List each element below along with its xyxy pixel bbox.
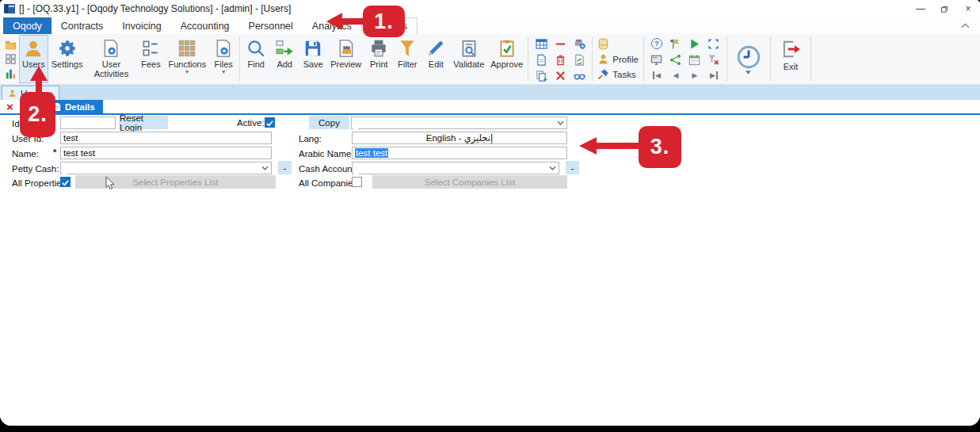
selected-text: test test [355, 148, 388, 158]
select-companies-button[interactable]: Select Companies List [372, 175, 567, 189]
petty-cash-minus-button[interactable]: - [278, 161, 292, 174]
ribbon-button-fees[interactable]: Fees [136, 35, 165, 83]
add-record-icon [274, 38, 295, 59]
user-id-input[interactable] [60, 132, 272, 144]
checklist-icon [140, 38, 161, 59]
document-gear-icon [101, 38, 121, 59]
restore-icon [940, 5, 949, 13]
menu-item-contracts[interactable]: Contracts [51, 17, 113, 34]
ribbon-button-edit[interactable]: Edit [421, 35, 450, 83]
menu-item-personnel[interactable]: Personnel [239, 17, 303, 34]
name-label: Name: [12, 149, 39, 159]
database-icon[interactable] [597, 38, 609, 50]
all-properties-checkbox[interactable] [60, 177, 71, 187]
ribbon-button-functions[interactable]: Functions ▼ [165, 35, 209, 83]
close-button[interactable]: × [956, 0, 980, 17]
nav-last-button[interactable]: ▶ [710, 71, 718, 79]
reset-login-button[interactable]: Reset Login [119, 116, 168, 129]
id-input[interactable] [60, 117, 116, 129]
screenshot-stage: [] - [OQ.33.y1] - [Oqody Technology Solu… [0, 0, 980, 432]
name-input[interactable] [60, 147, 272, 159]
dropdown-arrow-icon: ▼ [221, 70, 227, 75]
cash-account-label: Cash Account: [299, 164, 357, 174]
dropdown-arrow-icon [745, 71, 751, 75]
annotation-arrow-3-stem [596, 143, 640, 149]
delete-trash-icon[interactable] [555, 54, 566, 66]
annotation-step-1: 1. [363, 6, 405, 37]
pushpin-icon [597, 68, 609, 80]
ribbon-button-print[interactable]: Print [364, 35, 393, 83]
nav-next-button[interactable]: ▶ [692, 71, 697, 79]
dropdown-arrow-icon: ▼ [185, 70, 190, 75]
arabic-name-input[interactable]: test test [352, 147, 567, 159]
table-view-icon[interactable] [536, 38, 547, 50]
clear-filter-icon[interactable] [707, 54, 719, 66]
copy-add-icon[interactable] [536, 70, 547, 82]
gear-icon [57, 38, 78, 59]
remove-line-icon[interactable] [555, 38, 566, 50]
file-gear-icon [213, 38, 234, 59]
ribbon-button-preview[interactable]: Preview [327, 35, 364, 83]
ribbon-button-tasks[interactable]: Tasks [597, 67, 639, 82]
open-folder-icon[interactable] [5, 39, 17, 51]
ribbon-button-time[interactable] [729, 35, 768, 83]
user-icon [8, 89, 17, 97]
flag-route-icon[interactable] [669, 38, 681, 50]
minimize-button[interactable]: — [909, 0, 932, 17]
nav-previous-button[interactable]: ◀ [673, 71, 678, 79]
menu-item-oqody[interactable]: Oqody [3, 17, 51, 34]
all-companies-checkbox[interactable] [352, 177, 362, 187]
cash-account-minus-button[interactable]: - [566, 161, 579, 174]
lang-input[interactable] [352, 132, 567, 144]
help-icon[interactable]: ? [651, 38, 662, 49]
ribbon-button-user-activities[interactable]: User Activities [86, 35, 136, 83]
document-icon[interactable] [536, 54, 547, 66]
ribbon-button-exit[interactable]: Exit [772, 35, 809, 83]
pencil-icon [425, 38, 446, 59]
printer-icon [368, 38, 389, 59]
ribbon-button-approve[interactable]: Approve [487, 35, 526, 83]
chevron-down-icon [549, 166, 556, 170]
print-settings-icon[interactable] [574, 38, 585, 50]
bar-chart-icon[interactable] [5, 67, 17, 79]
glasses-icon[interactable] [574, 70, 585, 82]
ribbon-button-profile[interactable]: Profile [597, 52, 639, 67]
app-icon [4, 4, 15, 13]
cash-account-combo[interactable] [352, 162, 559, 174]
petty-cash-label: Petty Cash: [12, 164, 59, 174]
ribbon-button-validate[interactable]: Validate [450, 35, 487, 83]
active-label: Active: [237, 118, 265, 128]
chevron-up-icon [961, 23, 970, 29]
restore-button[interactable] [932, 0, 956, 17]
nav-first-button[interactable]: ◀ [653, 71, 661, 79]
menu-item-invoicing[interactable]: Invoicing [112, 17, 170, 34]
window-title: [] - [OQ.33.y1] - [Oqody Technology Solu… [19, 3, 291, 14]
exit-icon [780, 39, 801, 59]
run-play-icon[interactable] [688, 38, 700, 50]
ribbon-button-filter[interactable]: Filter [393, 35, 421, 83]
menu-item-accounting[interactable]: Accounting [171, 17, 239, 34]
ribbon-button-settings[interactable]: Settings [48, 35, 86, 83]
ribbon-button-find[interactable]: Find [242, 35, 270, 83]
petty-cash-combo[interactable] [60, 162, 272, 174]
user-type-combo[interactable] [351, 117, 567, 129]
refresh-document-icon[interactable] [574, 54, 585, 66]
grid-icon[interactable] [5, 53, 17, 65]
share-icon[interactable] [669, 54, 681, 66]
expand-icon[interactable] [707, 38, 719, 50]
ribbon-collapse-button[interactable] [958, 19, 972, 32]
monitor-icon[interactable] [650, 54, 662, 66]
annotation-step-2: 2. [20, 92, 55, 137]
active-checkbox[interactable] [265, 117, 275, 128]
cancel-x-icon[interactable] [555, 70, 566, 82]
check-icon [61, 178, 70, 187]
annotation-arrow-3-head [579, 137, 597, 155]
calendar-icon[interactable] [688, 54, 700, 66]
ribbon-button-files[interactable]: Files ▼ [209, 35, 238, 83]
close-record-button[interactable]: × [6, 100, 13, 113]
ribbon-button-save[interactable]: Save [299, 35, 327, 83]
ribbon-button-add[interactable]: Add [270, 35, 299, 83]
chevron-down-icon [261, 166, 269, 170]
copy-button[interactable]: Copy [309, 116, 349, 129]
search-icon [246, 38, 266, 59]
